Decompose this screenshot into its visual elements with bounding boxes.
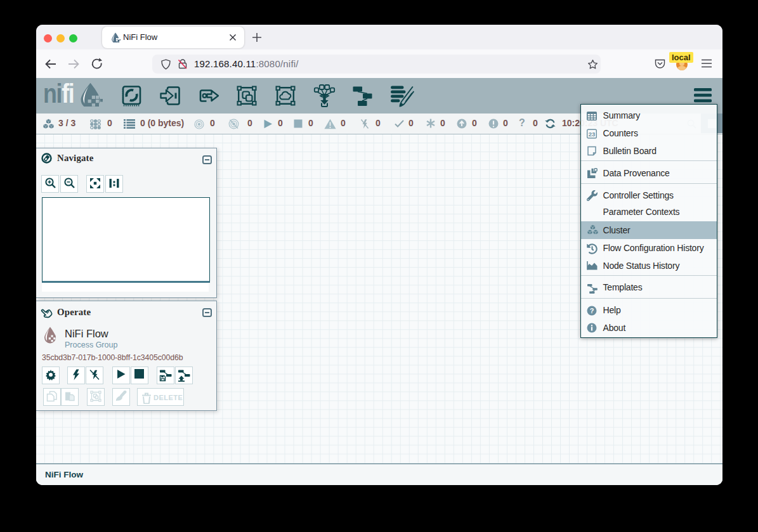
svg-text:23: 23	[588, 130, 595, 137]
svg-text:?: ?	[589, 307, 594, 315]
